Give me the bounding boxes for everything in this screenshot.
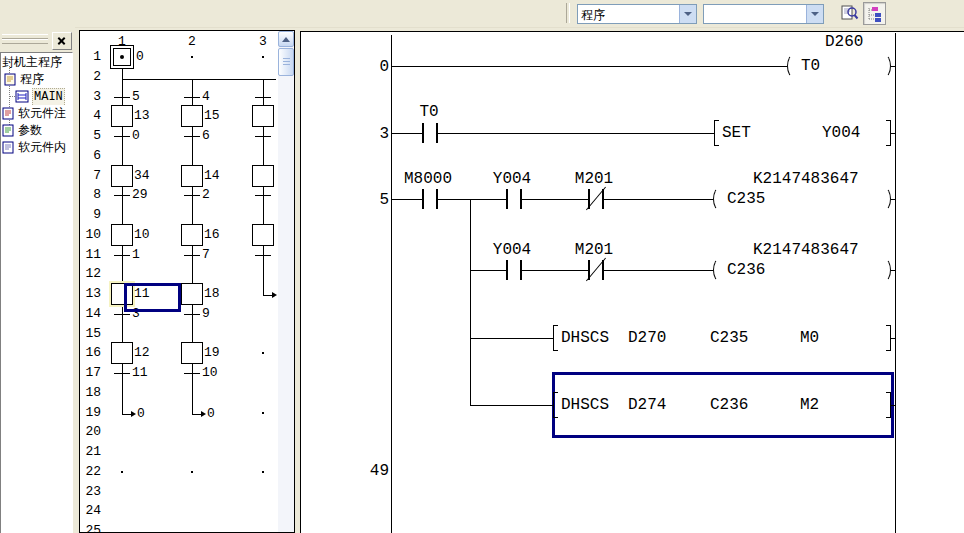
sfc-initial-step[interactable] xyxy=(110,45,134,69)
instruction-operand[interactable]: D270 xyxy=(628,330,666,346)
sfc-step[interactable] xyxy=(252,105,274,127)
tree-item-label: 程序 xyxy=(20,71,44,88)
sfc-step[interactable] xyxy=(111,165,133,187)
coil-operand[interactable]: D260 xyxy=(825,34,863,50)
instruction-operand[interactable]: Y004 xyxy=(822,125,860,141)
sfc-transition-number: 4 xyxy=(202,89,210,105)
instruction-mnemonic[interactable]: DHSCS xyxy=(561,397,609,413)
sfc-column-header: 2 xyxy=(188,34,202,48)
scroll-up-button[interactable] xyxy=(278,31,294,47)
coil-close-paren xyxy=(877,54,891,78)
sfc-transition[interactable] xyxy=(114,195,130,196)
contact-label: Y004 xyxy=(482,242,542,258)
device-memory-icon xyxy=(2,141,15,154)
tree-item-parameter[interactable]: 参数 xyxy=(1,122,72,139)
contact-label: T0 xyxy=(399,104,459,120)
sfc-step[interactable] xyxy=(111,224,133,246)
no-contact[interactable] xyxy=(506,260,522,280)
sfc-selection-cursor[interactable] xyxy=(124,283,181,312)
rung-line xyxy=(470,405,553,406)
coil-device[interactable]: T0 xyxy=(801,58,820,74)
instruction-mnemonic[interactable]: DHSCS xyxy=(561,330,609,346)
sfc-transition-number: 0 xyxy=(132,128,140,144)
dock-grip[interactable] xyxy=(2,39,48,44)
rung-step-number: 5 xyxy=(356,191,389,209)
sfc-step[interactable] xyxy=(181,105,203,127)
sfc-transition[interactable] xyxy=(255,136,271,137)
sfc-jump-line xyxy=(263,295,272,296)
contact-label: M201 xyxy=(564,171,624,187)
instruction-operand[interactable]: M0 xyxy=(800,330,819,346)
sfc-transition[interactable] xyxy=(255,195,271,196)
sfc-editor-window: 1234567891011121314151617181920212223242… xyxy=(79,30,295,533)
sfc-transition[interactable] xyxy=(114,373,130,374)
contact-label: Y004 xyxy=(482,171,542,187)
sfc-jump-arrow-icon xyxy=(201,411,206,417)
tree-item-device-comment[interactable]: 软元件注 xyxy=(1,105,72,122)
sfc-transition[interactable] xyxy=(184,195,200,196)
block-select-combo[interactable] xyxy=(703,4,824,24)
coil-device[interactable]: C235 xyxy=(727,191,765,207)
sfc-row-number: 1 xyxy=(82,49,101,65)
sfc-row-number: 12 xyxy=(82,266,101,282)
instruction-open-bracket xyxy=(714,120,719,146)
instruction-mnemonic[interactable]: SET xyxy=(722,125,751,141)
project-tree[interactable]: 封机主程序 程序 MAIN 软元件注 xyxy=(0,52,73,533)
coil-close-paren xyxy=(877,187,891,211)
sfc-column-header: 3 xyxy=(259,34,273,48)
ladder-editor-window[interactable]: 0 D260 T0 3 T0 SET Y004 5 M8000 Y004 M20… xyxy=(300,31,964,533)
ladder-program-icon xyxy=(15,90,29,103)
tree-item-main[interactable]: MAIN xyxy=(1,88,72,105)
sfc-transition[interactable] xyxy=(255,255,271,256)
sfc-transition[interactable] xyxy=(184,255,200,256)
dock-close-button[interactable] xyxy=(52,32,72,50)
sfc-transition[interactable] xyxy=(184,314,200,315)
tree-item-program[interactable]: 程序 xyxy=(1,71,72,88)
sfc-row-number: 24 xyxy=(82,503,101,519)
sfc-grid-dot xyxy=(191,471,193,473)
sfc-grid-dot xyxy=(262,56,264,58)
no-contact[interactable] xyxy=(422,189,438,209)
sfc-canvas[interactable]: 1234567891011121314151617181920212223242… xyxy=(80,31,278,532)
rung-line xyxy=(891,405,895,406)
instruction-operand[interactable]: C235 xyxy=(710,330,748,346)
sfc-step[interactable] xyxy=(181,165,203,187)
sfc-transition[interactable] xyxy=(114,314,130,315)
instruction-operand[interactable]: C236 xyxy=(710,397,748,413)
sfc-transition[interactable] xyxy=(184,136,200,137)
no-contact[interactable] xyxy=(506,189,522,209)
sfc-transition[interactable] xyxy=(255,97,271,98)
combo-dropdown-button[interactable] xyxy=(806,5,823,23)
program-type-combo-value: 程序 xyxy=(581,7,605,24)
sfc-step[interactable] xyxy=(181,342,203,364)
rung-line xyxy=(521,270,588,271)
project-tree-toggle-button[interactable] xyxy=(863,2,886,25)
sfc-step[interactable] xyxy=(111,105,133,127)
sfc-transition[interactable] xyxy=(114,97,130,98)
instruction-operand[interactable]: D274 xyxy=(628,397,666,413)
program-type-combo[interactable]: 程序 xyxy=(577,4,697,24)
instruction-operand[interactable]: M2 xyxy=(800,397,819,413)
scrollbar-thumb[interactable] xyxy=(278,48,294,76)
sfc-transition[interactable] xyxy=(114,255,130,256)
sfc-step[interactable] xyxy=(181,283,203,305)
tree-item-root[interactable]: 封机主程序 xyxy=(1,54,72,71)
sfc-row-number: 7 xyxy=(82,168,101,184)
combo-dropdown-button[interactable] xyxy=(679,5,696,23)
sfc-transition[interactable] xyxy=(114,136,130,137)
instruction-open-bracket xyxy=(553,392,558,418)
sfc-transition[interactable] xyxy=(184,97,200,98)
sfc-step[interactable] xyxy=(252,165,274,187)
ladder-monitor-button[interactable] xyxy=(839,2,862,25)
tree-item-device-memory[interactable]: 软元件内 xyxy=(1,139,72,156)
rung-line xyxy=(470,338,553,339)
sfc-transition-number: 5 xyxy=(132,89,140,105)
sfc-step[interactable] xyxy=(252,224,274,246)
sfc-step[interactable] xyxy=(181,224,203,246)
vertical-scrollbar[interactable] xyxy=(278,31,294,532)
no-contact[interactable] xyxy=(422,123,438,143)
sfc-step[interactable] xyxy=(111,342,133,364)
sfc-step-number: 12 xyxy=(134,345,150,361)
coil-device[interactable]: C236 xyxy=(727,262,765,278)
sfc-transition[interactable] xyxy=(184,373,200,374)
